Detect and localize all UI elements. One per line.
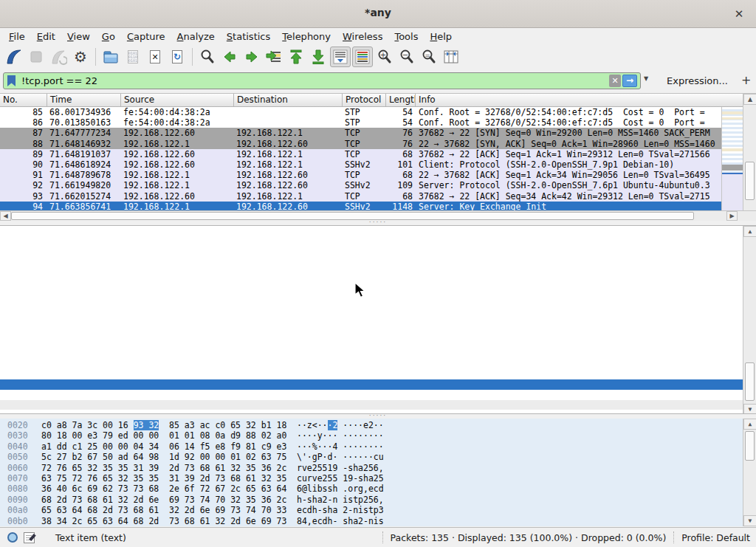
packet-row[interactable]: 8871.648146932192.168.122.1192.168.122.6… [0,139,756,149]
detail-line[interactable]: 1000 .... = Header Length: 32 bytes (8) [0,278,743,289]
scroll-up-icon[interactable]: ▲ [743,226,756,237]
menu-statistics[interactable]: Statistics [221,30,276,44]
col-destination[interactable]: Destination [234,94,343,106]
menu-capture[interactable]: Capture [121,30,171,44]
restart-capture-icon[interactable] [48,47,69,67]
capture-options-icon[interactable]: ⚙ [70,47,91,67]
expert-info-icon[interactable] [7,532,18,543]
packet-minimap[interactable] [721,107,743,212]
last-packet-icon[interactable] [308,47,329,67]
menu-wireless[interactable]: Wireless [337,30,388,44]
menu-telephony[interactable]: Telephony [276,30,337,44]
detail-line[interactable]: [Next sequence number: 1122 (relative se… [0,258,743,269]
goto-packet-icon[interactable] [264,47,284,67]
col-time[interactable]: Time [47,94,121,106]
display-filter-input[interactable]: !tcp.port == 22 ✕ → [3,72,641,89]
start-capture-icon[interactable] [4,47,24,67]
save-file-icon[interactable]: 010101100101 [123,47,143,67]
hex-row[interactable]: 007063 75 72 76 65 32 35 35 31 39 2d 73 … [0,473,756,484]
add-filter-button[interactable]: + [741,73,751,87]
hex-row[interactable]: 00b038 34 2c 65 63 64 68 2d 73 68 61 32 … [0,516,756,526]
reload-file-icon[interactable]: ↻ [167,47,188,67]
close-file-icon[interactable]: ✕ [145,47,165,67]
col-info[interactable]: Info [416,94,756,106]
menu-analyze[interactable]: Analyze [171,30,221,44]
resize-columns-icon[interactable] [441,47,461,67]
menu-go[interactable]: Go [96,30,121,44]
menu-file[interactable]: File [3,30,31,44]
hscrollbar-thumb[interactable] [11,212,694,220]
detail-line[interactable]: TCP payload (1080 bytes) [0,390,743,400]
detail-line[interactable]: [Window size scaling factor: 128] [0,319,743,329]
apply-filter-icon[interactable]: → [622,75,637,87]
scrollbar-thumb[interactable] [745,162,755,200]
zoom-in-icon[interactable]: + [374,47,395,67]
auto-scroll-icon[interactable] [330,47,351,67]
hex-row[interactable]: 00a065 63 64 68 2d 73 68 61 32 2d 6e 69 … [0,505,756,515]
zoom-out-icon[interactable]: − [396,47,417,67]
menu-tools[interactable]: Tools [388,30,424,44]
packet-row[interactable]: 8670.013850163fe:54:00:d4:38:2aSTP54Conf… [0,117,756,128]
profile-status[interactable]: Profile: Default [681,532,750,543]
detail-line[interactable]: ▶[SEQ/ACK analysis] [0,370,743,380]
menu-edit[interactable]: Edit [31,30,61,44]
detail-line[interactable]: ▶Options: (12 bytes), No-Operation (NOP)… [0,359,743,370]
details-scrollbar[interactable]: ▲ ▼ [743,226,756,414]
next-packet-icon[interactable] [241,47,262,67]
detail-line[interactable]: ▶Flags: 0x018 (PSH, ACK) [0,289,743,299]
previous-packet-icon[interactable] [219,47,240,67]
scrollbar-thumb[interactable] [745,431,755,461]
open-file-icon[interactable] [100,47,121,67]
detail-line[interactable]: Acknowledgment number: 34 (relative ack … [0,269,743,279]
packet-row[interactable]: 9271.661949820192.168.122.1192.168.122.6… [0,180,756,190]
detail-line[interactable]: [Calculated window size: 29056] [0,309,743,320]
hex-row[interactable]: 0020c0 a8 7a 3c 00 16 93 32 85 a3 ac c0 … [0,420,756,430]
packet-row[interactable]: 9171.648789678192.168.122.1192.168.122.6… [0,170,756,180]
scroll-down-icon[interactable]: ▼ [743,515,756,526]
detail-line[interactable]: [Checksum Status: Unverified] [0,340,743,350]
stop-capture-icon[interactable] [26,47,47,67]
filter-history-dropdown-icon[interactable]: ▼ [644,75,648,82]
scroll-up-icon[interactable]: ▲ [743,419,756,430]
detail-line[interactable]: ▶[Timestamps] [0,379,743,390]
capture-comment-icon[interactable] [24,532,35,543]
col-protocol[interactable]: Protocol [343,94,386,106]
hex-row[interactable]: 009068 2d 73 68 61 32 2d 6e 69 73 74 70 … [0,495,756,505]
packet-row[interactable]: 8771.647777234192.168.122.60192.168.122.… [0,128,756,138]
hex-row[interactable]: 008036 40 6c 69 62 73 73 68 2e 6f 72 67 … [0,484,756,494]
detail-line[interactable]: Checksum: 0x79ed [unverified] [0,329,743,340]
col-no[interactable]: No. [0,94,47,106]
menu-view[interactable]: View [61,30,96,44]
bookmark-icon[interactable] [7,75,16,86]
col-length[interactable]: Length [386,94,416,106]
hex-row[interactable]: 0040a1 dd c1 25 00 00 04 34 06 14 f5 e8 … [0,441,756,452]
zoom-original-icon[interactable]: = [419,47,439,67]
scroll-right-icon[interactable]: ▶ [726,211,738,221]
find-packet-icon[interactable] [197,47,218,67]
detail-line[interactable]: Window size value: 227 [0,299,743,309]
expression-button[interactable]: Expression... [667,75,728,86]
scroll-down-icon[interactable]: ▼ [743,404,756,414]
packet-row[interactable]: 9071.648618924192.168.122.60192.168.122.… [0,159,756,170]
scroll-left-icon[interactable]: ◀ [0,211,11,221]
filter-text[interactable]: !tcp.port == 22 [21,75,609,86]
hex-scrollbar[interactable]: ▲ ▼ [743,419,756,526]
detail-line[interactable]: ▼SSH Protocol [0,400,743,410]
hex-row[interactable]: 006072 76 65 32 35 35 31 39 2d 73 68 61 … [0,463,756,473]
col-source[interactable]: Source [121,94,234,106]
menu-help[interactable]: Help [424,30,458,44]
hex-row[interactable]: 003080 18 00 e3 79 ed 00 00 01 01 08 0a … [0,430,756,441]
detail-line[interactable]: [TCP Segment Len: 1080] [0,238,743,249]
colorize-icon[interactable] [352,47,373,67]
packet-row[interactable]: 8568.001734936fe:54:00:d4:38:2aSTP54Conf… [0,107,756,117]
clear-filter-icon[interactable]: ✕ [609,75,621,87]
close-button[interactable]: ✕ [731,6,747,22]
first-packet-icon[interactable] [286,47,306,67]
packet-row[interactable]: 9371.662015274192.168.122.60192.168.122.… [0,191,756,202]
detail-line[interactable]: Urgent pointer: 0 [0,349,743,359]
hex-row[interactable]: 00505c 27 b2 67 50 ad 64 98 1d 92 00 00 … [0,452,756,462]
scroll-up-icon[interactable]: ▲ [743,94,756,105]
packet-list-scrollbar[interactable]: ▲ ▼ [743,94,756,221]
packet-row[interactable]: 8971.648191037192.168.122.60192.168.122.… [0,149,756,159]
detail-line[interactable]: [Stream index: 0] [0,228,743,238]
